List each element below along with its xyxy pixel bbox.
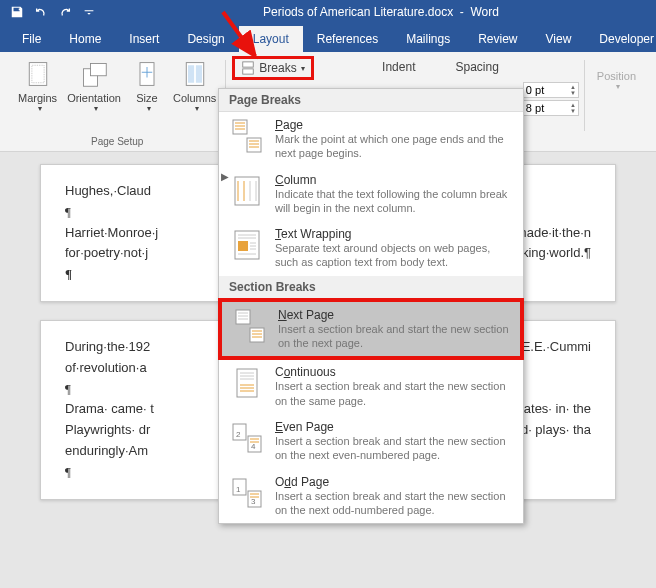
odd-page-icon: 13 [229, 475, 265, 511]
menu-item-page[interactable]: PageMark the point at which one page end… [219, 112, 523, 167]
menu-item-title: Continuous [275, 365, 513, 379]
menu-item-desc: Indicate that the text following the col… [275, 187, 513, 216]
menu-item-column[interactable]: ColumnIndicate that the text following t… [219, 167, 523, 222]
margins-icon [22, 58, 54, 90]
size-icon [131, 58, 163, 90]
menu-item-title: Text Wrapping [275, 227, 513, 241]
orientation-button[interactable]: Orientation▾ [63, 56, 125, 115]
svg-rect-5 [91, 64, 107, 76]
ribbon-group-spacing-values: ▲▼ ▲▼ [517, 56, 585, 149]
tab-home[interactable]: Home [55, 26, 115, 52]
position-button[interactable]: Position▾ [591, 56, 642, 93]
margins-button[interactable]: Margins▾ [14, 56, 61, 115]
continuous-icon [229, 365, 265, 401]
submenu-caret-icon: ▶ [221, 171, 229, 182]
ribbon-group-page-setup: Margins▾ Orientation▾ Size▾ Columns▾ Pag… [8, 56, 226, 149]
text-line: Drama· came· t [65, 399, 154, 420]
menu-item-desc: Insert a section break and start the new… [275, 489, 513, 518]
svg-rect-20 [250, 328, 264, 342]
tab-insert[interactable]: Insert [115, 26, 173, 52]
redo-icon[interactable] [54, 1, 76, 23]
spacing-after-input[interactable]: ▲▼ [523, 100, 579, 116]
svg-rect-16 [235, 177, 259, 205]
svg-rect-9 [196, 65, 202, 83]
titlebar: Periods of American Literature.docx - Wo… [0, 0, 656, 24]
menu-item-desc: Separate text around objects on web page… [275, 241, 513, 270]
undo-icon[interactable] [30, 1, 52, 23]
tab-view[interactable]: View [532, 26, 586, 52]
svg-text:4: 4 [251, 442, 256, 451]
page-break-icon [229, 118, 265, 154]
size-button[interactable]: Size▾ [127, 56, 167, 115]
page-breaks-header: Page Breaks [219, 89, 523, 112]
svg-rect-8 [188, 65, 194, 83]
menu-item-title: Odd Page [275, 475, 513, 489]
menu-item-even-page[interactable]: 24 Even PageInsert a section break and s… [219, 414, 523, 469]
tab-review[interactable]: Review [464, 26, 531, 52]
tab-developer[interactable]: Developer [585, 26, 656, 52]
document-title: Periods of American Literature.docx - Wo… [106, 5, 656, 19]
svg-rect-15 [247, 138, 261, 152]
qat-customize-icon[interactable] [78, 1, 100, 23]
menu-item-text-wrapping[interactable]: Text WrappingSeparate text around object… [219, 221, 523, 276]
tab-layout[interactable]: Layout [239, 26, 303, 52]
text-line: During·the·192 [65, 337, 150, 358]
menu-item-title: Even Page [275, 420, 513, 434]
tab-design[interactable]: Design [173, 26, 238, 52]
svg-rect-11 [243, 69, 254, 74]
columns-icon [179, 58, 211, 90]
column-break-icon [229, 173, 265, 209]
text-line: Harriet·Monroe·j [65, 223, 158, 244]
menu-item-title: Column [275, 173, 513, 187]
text-line: Playwrights· dr [65, 420, 150, 441]
section-breaks-header: Section Breaks [219, 276, 523, 299]
breaks-button[interactable]: Breaks▾ [232, 56, 313, 80]
svg-rect-18 [238, 241, 248, 251]
svg-rect-19 [236, 310, 250, 324]
text-wrapping-icon [229, 227, 265, 263]
menu-item-desc: Insert a section break and start the new… [275, 379, 513, 408]
save-icon[interactable] [6, 1, 28, 23]
next-page-icon [232, 308, 268, 344]
menu-item-title: Next Page [278, 308, 510, 322]
menu-item-continuous[interactable]: ContinuousInsert a section break and sta… [219, 359, 523, 414]
menu-item-desc: Insert a section break and start the new… [278, 322, 510, 351]
svg-text:2: 2 [236, 430, 241, 439]
menubar: File Home Insert Design Layout Reference… [0, 24, 656, 52]
ribbon-group-label: Page Setup [91, 134, 143, 149]
menu-item-title: Page [275, 118, 513, 132]
ribbon-group-arrange: Position▾ [585, 56, 648, 149]
indent-label: Indent [382, 60, 415, 74]
spacing-before-input[interactable]: ▲▼ [523, 82, 579, 98]
orientation-icon [78, 58, 110, 90]
svg-text:3: 3 [251, 497, 256, 506]
breaks-dropdown: ▶ Page Breaks PageMark the point at whic… [218, 88, 524, 524]
menu-item-desc: Mark the point at which one page ends an… [275, 132, 513, 161]
svg-text:1: 1 [236, 485, 241, 494]
columns-button[interactable]: Columns▾ [169, 56, 220, 115]
text-line: for·poetry·not·j [65, 243, 148, 264]
tab-mailings[interactable]: Mailings [392, 26, 464, 52]
even-page-icon: 24 [229, 420, 265, 456]
menu-item-desc: Insert a section break and start the new… [275, 434, 513, 463]
tab-references[interactable]: References [303, 26, 392, 52]
tab-file[interactable]: File [8, 26, 55, 52]
svg-rect-10 [243, 62, 254, 67]
menu-item-next-page[interactable]: Next PageInsert a section break and star… [218, 298, 524, 361]
svg-rect-14 [233, 120, 247, 134]
quick-access-toolbar [0, 1, 106, 23]
spacing-label: Spacing [455, 60, 498, 74]
breaks-icon [241, 61, 255, 75]
menu-item-odd-page[interactable]: 13 Odd PageInsert a section break and st… [219, 469, 523, 524]
